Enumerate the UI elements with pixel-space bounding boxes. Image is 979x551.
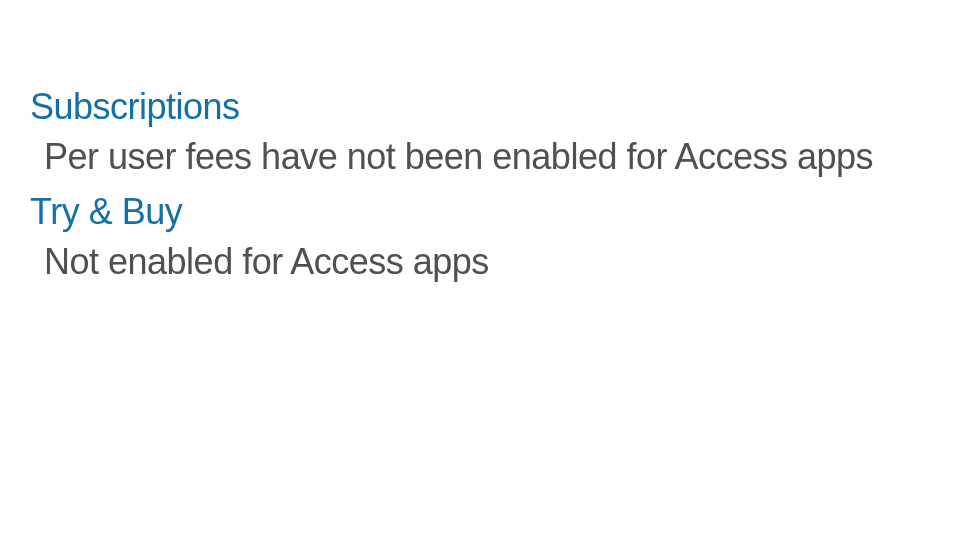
body-subscriptions: Per user fees have not been enabled for … bbox=[30, 131, 979, 183]
heading-try-buy: Try & Buy bbox=[30, 189, 979, 236]
section-subscriptions: Subscriptions Per user fees have not bee… bbox=[30, 84, 979, 183]
heading-subscriptions: Subscriptions bbox=[30, 84, 979, 131]
body-try-buy: Not enabled for Access apps bbox=[30, 236, 979, 288]
section-try-buy: Try & Buy Not enabled for Access apps bbox=[30, 189, 979, 288]
